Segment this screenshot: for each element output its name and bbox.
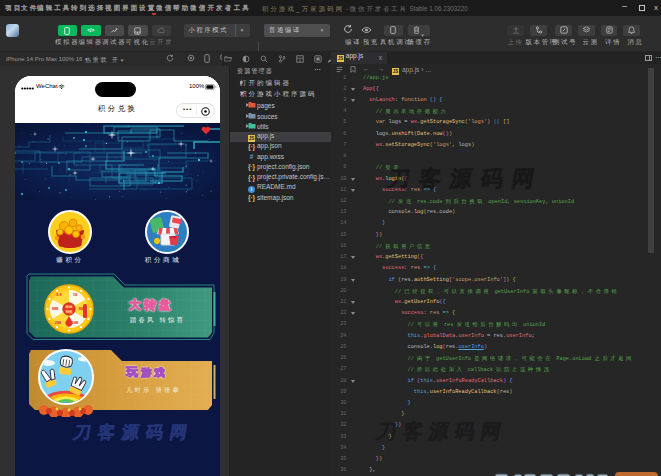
- svg-text:288: 288: [55, 320, 62, 325]
- svg-text:888: 888: [52, 306, 59, 311]
- svg-text:幸运: 幸运: [64, 304, 73, 309]
- svg-text:8.8: 8.8: [56, 292, 62, 297]
- svg-text:188: 188: [72, 320, 79, 325]
- svg-text:18: 18: [73, 292, 78, 297]
- svg-text:抽奖: 抽奖: [64, 309, 73, 314]
